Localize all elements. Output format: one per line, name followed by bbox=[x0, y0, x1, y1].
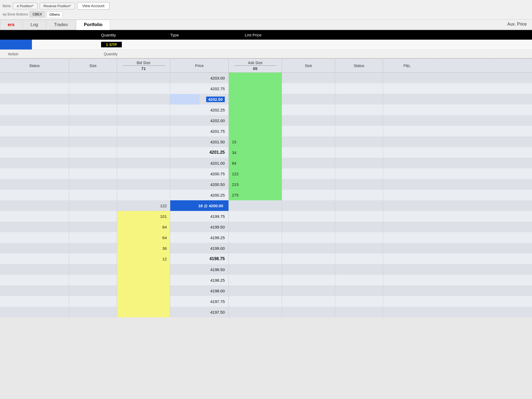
tab-trades[interactable]: Trades bbox=[46, 20, 76, 30]
action-label: Action bbox=[8, 52, 18, 56]
status-right-cell bbox=[335, 147, 383, 158]
tab-log[interactable]: Log bbox=[23, 20, 46, 30]
table-row[interactable]: 4197.75 bbox=[0, 296, 532, 307]
ask-size-cell bbox=[229, 94, 282, 105]
pnl-cell bbox=[383, 296, 431, 307]
price-cell[interactable]: 4201.50 bbox=[170, 136, 229, 147]
size-right-cell bbox=[282, 105, 335, 115]
size-left-cell bbox=[69, 253, 117, 264]
bid-size-cell bbox=[117, 136, 170, 147]
status-left-cell bbox=[0, 190, 69, 200]
pnl-cell bbox=[383, 232, 431, 243]
size-left-cell bbox=[69, 285, 117, 296]
price-cell[interactable]: 4199.00 bbox=[170, 243, 229, 253]
table-row[interactable]: 4197.50 bbox=[0, 307, 532, 317]
reverse-position-button[interactable]: Reverse Position* bbox=[40, 3, 75, 9]
pnl-cell bbox=[383, 190, 431, 200]
ask-size-cell bbox=[229, 126, 282, 136]
ask-size-cell bbox=[229, 307, 282, 317]
size-left-cell bbox=[69, 158, 117, 168]
view-account-button[interactable]: View Account bbox=[77, 2, 110, 10]
pnl-cell bbox=[383, 73, 431, 83]
size-right-cell bbox=[282, 253, 335, 264]
size-left-cell bbox=[69, 115, 117, 126]
ask-size-cell: 275 bbox=[229, 190, 282, 200]
size-right-cell bbox=[282, 126, 335, 136]
table-row[interactable]: 4200.25275 bbox=[0, 190, 532, 200]
pnl-cell bbox=[383, 222, 431, 232]
size-left-cell bbox=[69, 94, 117, 105]
table-row[interactable]: 4201.5015 bbox=[0, 136, 532, 147]
price-cell[interactable]: 4197.75 bbox=[170, 296, 229, 307]
others-button[interactable]: Others bbox=[47, 11, 63, 17]
table-row[interactable]: 844199.50 bbox=[0, 222, 532, 232]
status-left-cell bbox=[0, 136, 69, 147]
size-left-cell bbox=[69, 296, 117, 307]
price-cell[interactable]: 4200.75 bbox=[170, 168, 229, 179]
price-cell[interactable]: 4201.25 bbox=[170, 147, 229, 158]
lh-bid-size-label: Bid Size bbox=[137, 61, 150, 65]
status-left-cell bbox=[0, 158, 69, 168]
table-row[interactable]: 124198.75 bbox=[0, 253, 532, 264]
pnl-cell bbox=[383, 243, 431, 253]
price-cell[interactable]: 4201.75 bbox=[170, 126, 229, 136]
table-row[interactable]: 364199.00 bbox=[0, 243, 532, 253]
tab-orders[interactable]: ers bbox=[0, 20, 22, 30]
price-cell[interactable]: 4198.75 bbox=[170, 253, 229, 264]
price-cell[interactable]: 4202.50 bbox=[170, 94, 229, 105]
lh-bid-size-val: 71 bbox=[141, 66, 146, 71]
bid-size-cell: 84 bbox=[117, 222, 170, 232]
price-cell[interactable]: 4199.25 bbox=[170, 232, 229, 243]
price-cell[interactable]: 4198.50 bbox=[170, 264, 229, 275]
price-cell[interactable]: 4203.00 bbox=[170, 73, 229, 83]
price-cell[interactable]: 4199.50 bbox=[170, 222, 229, 232]
table-row[interactable]: 4198.25 bbox=[0, 275, 532, 285]
price-cell[interactable]: 4197.50 bbox=[170, 307, 229, 317]
table-row[interactable]: 4201.0084 bbox=[0, 158, 532, 168]
status-left-cell bbox=[0, 285, 69, 296]
price-cell[interactable]: 4199.75 bbox=[170, 211, 229, 222]
price-cell[interactable]: 4200.50 bbox=[170, 179, 229, 190]
tab-portfolio[interactable]: Portfolio bbox=[76, 20, 110, 30]
table-row[interactable]: 12218 @ 4200.00 bbox=[0, 200, 532, 211]
aux-price-header: Aux. Price bbox=[507, 22, 527, 27]
table-row[interactable]: 4202.75 bbox=[0, 83, 532, 94]
table-row[interactable]: 4201.2534 bbox=[0, 147, 532, 158]
lh-size-left: Size bbox=[69, 59, 117, 72]
market-trade-label: 18 @ 4200.00 bbox=[197, 203, 225, 209]
close-position-button[interactable]: e Position* bbox=[13, 3, 37, 9]
price-cell[interactable]: 4200.25 bbox=[170, 190, 229, 200]
ask-size-cell: 215 bbox=[229, 179, 282, 190]
price-cell[interactable]: 4202.00 bbox=[170, 115, 229, 126]
table-row[interactable]: 4202.00 bbox=[0, 115, 532, 126]
table-row[interactable]: 1014199.75 bbox=[0, 211, 532, 222]
cboe-button[interactable]: CBEX bbox=[30, 11, 45, 17]
table-row[interactable]: 4202.25 bbox=[0, 105, 532, 115]
lh-ask-size-val: 65 bbox=[253, 66, 257, 71]
size-right-cell bbox=[282, 307, 335, 317]
table-row[interactable]: 4198.00 bbox=[0, 285, 532, 296]
size-right-cell bbox=[282, 158, 335, 168]
table-row[interactable]: 4200.50215 bbox=[0, 179, 532, 190]
status-right-cell bbox=[335, 200, 383, 211]
status-left-cell bbox=[0, 200, 69, 211]
price-cell[interactable]: 4202.75 bbox=[170, 83, 229, 94]
size-left-cell bbox=[69, 211, 117, 222]
status-right-cell bbox=[335, 126, 383, 136]
table-row[interactable]: 4203.00 bbox=[0, 73, 532, 83]
price-cell[interactable]: 4202.25 bbox=[170, 105, 229, 115]
price-cell[interactable]: 4201.00 bbox=[170, 158, 229, 168]
ask-size-cell bbox=[229, 73, 282, 83]
price-cell[interactable]: 18 @ 4200.00 bbox=[170, 200, 229, 211]
price-cell[interactable]: 4198.25 bbox=[170, 275, 229, 285]
price-cell[interactable]: 4198.00 bbox=[170, 285, 229, 296]
status-left-cell bbox=[0, 83, 69, 94]
size-left-cell bbox=[69, 126, 117, 136]
table-row[interactable]: 4201.75 bbox=[0, 126, 532, 136]
table-row[interactable]: 4202.50 bbox=[0, 94, 532, 105]
table-row[interactable]: 644199.25 bbox=[0, 232, 532, 243]
pnl-cell bbox=[383, 264, 431, 275]
table-row[interactable]: 4200.75122 bbox=[0, 168, 532, 179]
size-left-cell bbox=[69, 73, 117, 83]
table-row[interactable]: 4198.50 bbox=[0, 264, 532, 275]
